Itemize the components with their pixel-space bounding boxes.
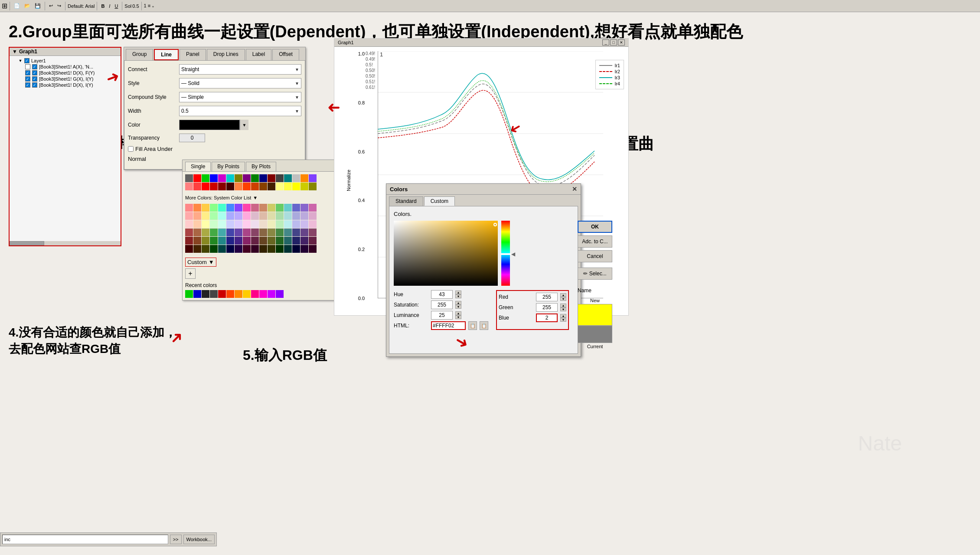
- graph-expand-icon[interactable]: ▼: [12, 49, 17, 55]
- color-cell[interactable]: [226, 237, 234, 245]
- item2-checkbox[interactable]: ✓: [25, 76, 30, 82]
- hue-spin-down[interactable]: ▼: [455, 294, 461, 298]
- color-cell[interactable]: [210, 245, 218, 253]
- tree-item-1[interactable]: ✓ ✓ [Book3]Sheet1! D(X), F(Y): [11, 70, 119, 76]
- item0-checkbox[interactable]: [25, 64, 30, 69]
- color-cell[interactable]: [284, 245, 292, 253]
- color-cell[interactable]: [193, 183, 201, 190]
- color-cell[interactable]: [235, 204, 242, 212]
- color-cell[interactable]: [218, 174, 226, 182]
- width-select[interactable]: 0.5 ▼: [179, 106, 301, 116]
- html-copy-btn1[interactable]: 📋: [468, 321, 477, 330]
- selec-btn[interactable]: ✏ Selec...: [578, 268, 612, 280]
- color-cell[interactable]: [301, 183, 308, 190]
- toolbar-btn-redo[interactable]: ↪: [56, 2, 63, 10]
- color-cell[interactable]: [218, 204, 226, 212]
- color-cell[interactable]: [259, 183, 267, 190]
- color-cell[interactable]: [235, 245, 242, 253]
- graph-maximize-btn[interactable]: □: [610, 39, 617, 46]
- ok-button[interactable]: OK: [578, 221, 612, 233]
- color-cell[interactable]: [185, 220, 193, 228]
- toolbar-btn-open[interactable]: 📂: [23, 2, 32, 10]
- color-cell[interactable]: [292, 229, 300, 236]
- color-cell[interactable]: [309, 220, 317, 228]
- color-cell[interactable]: [292, 174, 300, 182]
- scrollbar-thumb[interactable]: [10, 241, 44, 245]
- color-cell[interactable]: [235, 183, 242, 190]
- recent-color-cell[interactable]: [259, 290, 267, 298]
- compound-select[interactable]: — Simple ▼: [179, 92, 301, 102]
- color-cell[interactable]: [193, 237, 201, 245]
- hue-slider-container[interactable]: ◀: [501, 221, 510, 286]
- color-cell[interactable]: [284, 204, 292, 212]
- color-cell[interactable]: [309, 245, 317, 253]
- toolbar-btn-new[interactable]: 📄: [12, 2, 22, 10]
- item3-checkbox[interactable]: ✓: [25, 82, 30, 88]
- color-cell[interactable]: [210, 174, 218, 182]
- workbook-input[interactable]: [2, 535, 168, 544]
- tree-item-2[interactable]: ✓ ✓ [Book3]Sheet1! G(X), I(Y): [11, 76, 119, 82]
- color-cell[interactable]: [276, 212, 284, 220]
- color-cell[interactable]: [243, 237, 251, 245]
- color-cell[interactable]: [226, 229, 234, 236]
- color-cell[interactable]: [193, 212, 201, 220]
- recent-color-cell[interactable]: [235, 290, 242, 298]
- color-cell[interactable]: [268, 220, 275, 228]
- blue-spin-down[interactable]: ▼: [560, 318, 566, 322]
- graph-close-btn[interactable]: ✕: [618, 39, 625, 46]
- color-cell[interactable]: [276, 229, 284, 236]
- recent-color-cell[interactable]: [202, 290, 209, 298]
- layer-expand[interactable]: ▼: [18, 59, 23, 63]
- color-cell[interactable]: [259, 212, 267, 220]
- color-cell[interactable]: [202, 204, 209, 212]
- color-cell[interactable]: [235, 212, 242, 220]
- recent-color-cell[interactable]: [210, 290, 218, 298]
- color-cell[interactable]: [226, 174, 234, 182]
- item1-vis-checkbox[interactable]: ✓: [32, 70, 37, 75]
- color-cell[interactable]: [259, 245, 267, 253]
- color-cell[interactable]: [193, 245, 201, 253]
- color-cell[interactable]: [251, 245, 259, 253]
- color-cell[interactable]: [218, 183, 226, 190]
- layer1-checkbox[interactable]: ✓: [24, 58, 29, 63]
- color-cell[interactable]: [218, 220, 226, 228]
- more-colors-arrow[interactable]: ▼: [253, 195, 258, 200]
- color-cell[interactable]: [243, 212, 251, 220]
- graph-minimize-btn[interactable]: _: [602, 39, 609, 46]
- color-cell[interactable]: [193, 220, 201, 228]
- color-cell[interactable]: [235, 174, 242, 182]
- cancel-button[interactable]: Cancel: [578, 250, 612, 262]
- color-cell[interactable]: [185, 229, 193, 236]
- green-spin-up[interactable]: ▲: [560, 304, 566, 307]
- color-cell[interactable]: [185, 183, 193, 190]
- color-cell[interactable]: [301, 174, 308, 182]
- color-cell[interactable]: [202, 245, 209, 253]
- color-cell[interactable]: [276, 245, 284, 253]
- color-cell[interactable]: [301, 220, 308, 228]
- custom-add-button[interactable]: +: [185, 268, 196, 279]
- color-cell[interactable]: [301, 229, 308, 236]
- color-cell[interactable]: [226, 245, 234, 253]
- color-cell[interactable]: [243, 245, 251, 253]
- color-cell[interactable]: [235, 229, 242, 236]
- color-cell[interactable]: [292, 237, 300, 245]
- color-tab-single[interactable]: Single: [185, 162, 211, 171]
- color-cell[interactable]: [202, 229, 209, 236]
- color-cell[interactable]: [202, 220, 209, 228]
- color-cell[interactable]: [284, 237, 292, 245]
- color-cell[interactable]: [235, 237, 242, 245]
- color-cell[interactable]: [292, 183, 300, 190]
- blue-spin-up[interactable]: ▲: [560, 314, 566, 318]
- color-cell[interactable]: [276, 183, 284, 190]
- color-cell[interactable]: [309, 204, 317, 212]
- color-cell[interactable]: [259, 237, 267, 245]
- recent-color-cell[interactable]: [243, 290, 251, 298]
- hue-spin-up[interactable]: ▲: [455, 291, 461, 294]
- recent-color-cell[interactable]: [226, 290, 234, 298]
- add-to-c-button[interactable]: Adc. to C...: [578, 235, 612, 248]
- color-cell[interactable]: [284, 229, 292, 236]
- color-cell[interactable]: [292, 220, 300, 228]
- recent-color-cell[interactable]: [185, 290, 193, 298]
- color-cell[interactable]: [268, 212, 275, 220]
- color-tab-by-points[interactable]: By Points: [212, 162, 245, 171]
